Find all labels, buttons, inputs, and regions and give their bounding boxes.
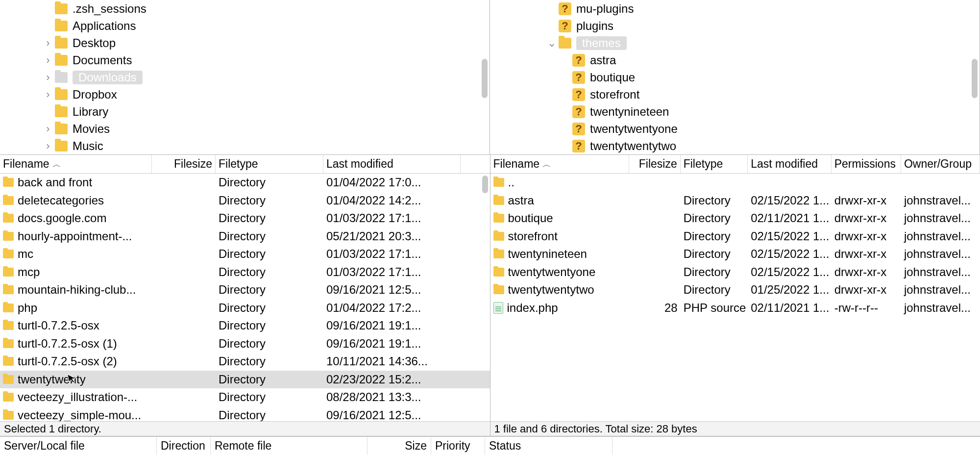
table-row[interactable]: .. bbox=[490, 174, 980, 192]
col-filetype[interactable]: Filetype bbox=[216, 155, 323, 173]
cell-filename: turtl-0.7.2.5-osx bbox=[18, 319, 99, 332]
table-row[interactable]: twentytwentytwoDirectory01/25/2022 1...d… bbox=[490, 281, 980, 299]
folder-icon bbox=[3, 375, 14, 384]
table-row[interactable]: twentytwentyDirectory02/23/2022 15:2... bbox=[0, 371, 490, 389]
tree-item[interactable]: ·?twentytwentytwo bbox=[490, 137, 980, 154]
qcol-direction[interactable]: Direction bbox=[157, 437, 211, 455]
table-row[interactable]: storefrontDirectory02/15/2022 1...drwxr-… bbox=[490, 228, 980, 246]
unknown-folder-icon: ? bbox=[572, 54, 585, 67]
folder-icon bbox=[55, 89, 68, 100]
tree-item[interactable]: ·Applications bbox=[0, 17, 490, 34]
folder-icon bbox=[55, 106, 68, 117]
chevron-right-icon[interactable]: › bbox=[41, 123, 55, 135]
cell-mod: 01/04/2022 14:2... bbox=[323, 194, 461, 207]
qcol-size[interactable]: Size bbox=[368, 437, 431, 455]
tree-item-label: storefront bbox=[590, 88, 639, 101]
column-header-row: Filename ︿ Filesize Filetype Last modifi… bbox=[0, 155, 490, 174]
table-row[interactable]: deletecategoriesDirectory01/04/2022 14:2… bbox=[0, 192, 490, 210]
table-row[interactable]: docs.google.comDirectory01/03/2022 17:1.… bbox=[0, 209, 490, 228]
col-permissions[interactable]: Permissions bbox=[832, 155, 901, 173]
scrollbar-thumb[interactable] bbox=[482, 176, 488, 193]
chevron-right-icon[interactable]: › bbox=[41, 37, 55, 50]
table-row[interactable]: mountain-hiking-club...Directory09/16/20… bbox=[0, 281, 490, 299]
cell-mod: 01/25/2022 1... bbox=[748, 283, 832, 297]
folder-icon bbox=[3, 285, 14, 294]
table-row[interactable]: vecteezy_illustration-...Directory08/28/… bbox=[0, 388, 490, 406]
tree-item-label: astra bbox=[590, 53, 616, 67]
table-row[interactable]: vecteezy_simple-mou...Directory09/16/202… bbox=[0, 406, 490, 422]
cell-perm: drwxr-xr-x bbox=[832, 211, 901, 225]
tree-item[interactable]: ·Library bbox=[0, 103, 490, 120]
folder-icon bbox=[493, 232, 504, 241]
qcol-priority[interactable]: Priority bbox=[431, 437, 485, 455]
tree-item[interactable]: ·?astra bbox=[490, 51, 980, 69]
tree-item[interactable]: ›Documents bbox=[0, 51, 490, 69]
unknown-folder-icon: ? bbox=[559, 2, 571, 15]
table-row[interactable]: hourly-appointment-...Directory05/21/202… bbox=[0, 228, 490, 246]
col-filename[interactable]: Filename ︿ bbox=[490, 155, 630, 173]
sort-asc-icon: ︿ bbox=[52, 158, 61, 170]
chevron-right-icon[interactable]: › bbox=[41, 54, 55, 67]
tree-item[interactable]: ·?mu-plugins bbox=[490, 0, 980, 17]
table-row[interactable]: turtl-0.7.2.5-osx (2)Directory10/11/2021… bbox=[0, 353, 490, 371]
cell-type: Directory bbox=[681, 229, 748, 243]
chevron-down-icon[interactable]: ⌄ bbox=[545, 37, 559, 50]
table-row[interactable]: index.php28PHP source02/11/2021 1...-rw-… bbox=[490, 299, 980, 317]
table-row[interactable]: mcDirectory01/03/2022 17:1... bbox=[0, 245, 490, 263]
tree-item[interactable]: ·?storefront bbox=[490, 86, 980, 103]
tree-item[interactable]: ·?twentytwentyone bbox=[490, 120, 980, 137]
tree-item[interactable]: ›Downloads bbox=[0, 69, 490, 86]
col-last-modified[interactable]: Last modified bbox=[323, 155, 461, 173]
col-filetype[interactable]: Filetype bbox=[681, 155, 748, 173]
cell-mod: 05/21/2021 20:3... bbox=[323, 229, 461, 243]
table-row[interactable]: mcpDirectory01/03/2022 17:1... bbox=[0, 263, 490, 281]
tree-item[interactable]: ·?plugins bbox=[490, 17, 980, 34]
tree-item[interactable]: ·?boutique bbox=[490, 69, 980, 86]
table-row[interactable]: twentynineteenDirectory02/15/2022 1...dr… bbox=[490, 245, 980, 263]
cell-mod: 02/23/2022 15:2... bbox=[323, 373, 461, 386]
table-row[interactable]: twentytwentyoneDirectory02/15/2022 1...d… bbox=[490, 263, 980, 281]
tree-item[interactable]: ›Dropbox bbox=[0, 86, 490, 103]
table-row[interactable]: phpDirectory01/04/2022 17:2... bbox=[0, 299, 490, 317]
folder-icon bbox=[3, 178, 14, 187]
col-filesize[interactable]: Filesize bbox=[152, 155, 216, 173]
tree-item[interactable]: ›Movies bbox=[0, 120, 490, 137]
cell-filename-wrap: astra bbox=[490, 194, 630, 207]
cell-filename: index.php bbox=[507, 301, 558, 315]
col-filename[interactable]: Filename ︿ bbox=[0, 155, 152, 173]
qcol-status[interactable]: Status bbox=[485, 437, 612, 455]
chevron-right-icon[interactable]: › bbox=[41, 71, 55, 84]
local-tree-pane[interactable]: ·.zsh_sessions·Applications›Desktop›Docu… bbox=[0, 0, 490, 154]
cell-filename-wrap: php bbox=[0, 301, 152, 315]
col-owner-group[interactable]: Owner/Group bbox=[901, 155, 980, 173]
col-filesize[interactable]: Filesize bbox=[629, 155, 680, 173]
qcol-server[interactable]: Server/Local file bbox=[0, 437, 157, 455]
col-last-modified[interactable]: Last modified bbox=[748, 155, 832, 173]
qcol-remote[interactable]: Remote file bbox=[211, 437, 368, 455]
cell-mod: 08/28/2021 13:3... bbox=[323, 390, 461, 404]
cell-perm: drwxr-xr-x bbox=[832, 229, 901, 243]
tree-item-label: Downloads bbox=[73, 71, 143, 84]
remote-list-pane[interactable]: Filename ︿ Filesize Filetype Last modifi… bbox=[490, 155, 980, 436]
scrollbar-thumb[interactable] bbox=[972, 59, 978, 98]
table-row[interactable]: boutiqueDirectory02/11/2021 1...drwxr-xr… bbox=[490, 209, 980, 228]
table-row[interactable]: turtl-0.7.2.5-osxDirectory09/16/2021 19:… bbox=[0, 317, 490, 335]
cell-filename-wrap: turtl-0.7.2.5-osx (1) bbox=[0, 337, 152, 351]
tree-item[interactable]: ·?twentynineteen bbox=[490, 103, 980, 120]
tree-item[interactable]: ·.zsh_sessions bbox=[0, 0, 490, 17]
chevron-right-icon[interactable]: › bbox=[41, 88, 55, 101]
table-row[interactable]: turtl-0.7.2.5-osx (1)Directory09/16/2021… bbox=[0, 335, 490, 353]
tree-item[interactable]: ›Music bbox=[0, 137, 490, 154]
tree-item[interactable]: ⌄themes bbox=[490, 34, 980, 51]
cell-type: Directory bbox=[216, 283, 323, 297]
scrollbar-thumb[interactable] bbox=[482, 59, 488, 98]
tree-item[interactable]: ›Desktop bbox=[0, 34, 490, 51]
col-filename-label: Filename bbox=[493, 157, 540, 171]
unknown-folder-icon: ? bbox=[572, 123, 585, 135]
table-row[interactable]: back and frontDirectory01/04/2022 17:0..… bbox=[0, 174, 490, 192]
local-list-pane[interactable]: Filename ︿ Filesize Filetype Last modifi… bbox=[0, 155, 490, 436]
remote-tree-pane[interactable]: ·?mu-plugins·?plugins⌄themes·?astra·?bou… bbox=[490, 0, 980, 154]
chevron-right-icon[interactable]: › bbox=[41, 140, 55, 152]
cell-own: johnstravel... bbox=[901, 265, 980, 279]
table-row[interactable]: astraDirectory02/15/2022 1...drwxr-xr-xj… bbox=[490, 192, 980, 210]
